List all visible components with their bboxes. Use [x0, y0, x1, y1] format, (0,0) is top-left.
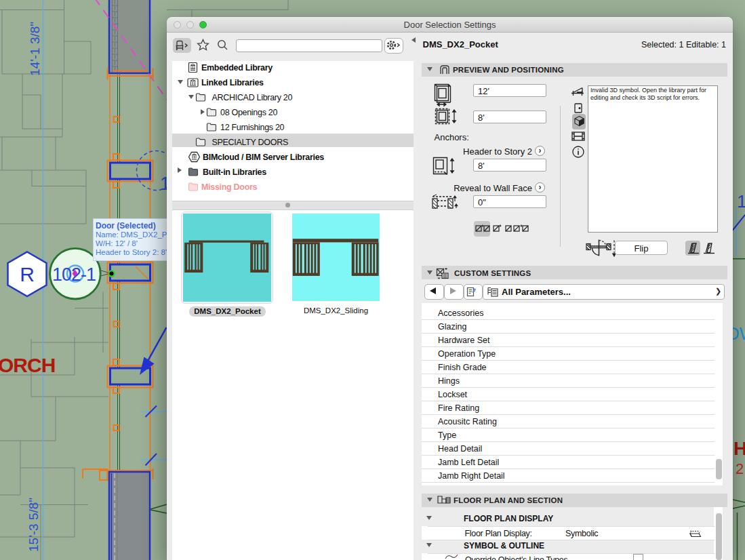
svg-text:H: H: [733, 438, 745, 459]
svg-text:ORCH: ORCH: [0, 354, 55, 376]
svg-text:1: 1: [737, 191, 745, 212]
svg-text:102-1: 102-1: [52, 264, 96, 285]
svg-text:R: R: [20, 263, 35, 285]
svg-text:14'-1 3/8": 14'-1 3/8": [28, 22, 42, 76]
svg-text:15'-3 5/8": 15'-3 5/8": [26, 498, 41, 552]
svg-text:2: 2: [736, 460, 744, 477]
